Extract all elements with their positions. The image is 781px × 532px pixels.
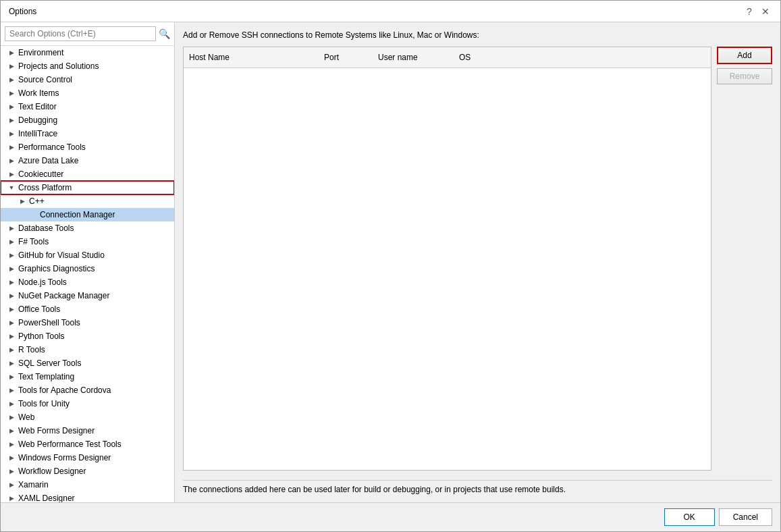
tree-arrow-nodejs-tools[interactable]: ▶	[6, 279, 17, 286]
ok-button[interactable]: OK	[664, 508, 715, 526]
tree-label-text-templating: Text Templating	[17, 372, 74, 381]
col-username: User name	[373, 50, 454, 65]
tree-item-work-items[interactable]: ▶Work Items	[1, 86, 174, 100]
tree-item-environment[interactable]: ▶Environment	[1, 46, 174, 59]
tree-arrow-fsharp-tools[interactable]: ▶	[6, 238, 17, 245]
col-port: Port	[319, 50, 373, 65]
tree-arrow-nuget-pm[interactable]: ▶	[6, 292, 17, 299]
tree-label-debugging: Debugging	[17, 115, 57, 125]
tree-arrow-web-forms-designer[interactable]: ▶	[6, 427, 17, 434]
tree-item-nuget-pm[interactable]: ▶NuGet Package Manager	[1, 289, 174, 302]
tree-item-text-editor[interactable]: ▶Text Editor	[1, 100, 174, 113]
tree-arrow-source-control[interactable]: ▶	[6, 76, 17, 83]
tree-arrow-cpp[interactable]: ▶	[17, 198, 28, 205]
tree-arrow-workflow-designer[interactable]: ▶	[6, 468, 17, 475]
tree-label-work-items: Work Items	[17, 88, 59, 98]
tree-arrow-r-tools[interactable]: ▶	[6, 346, 17, 353]
tree-item-database-tools[interactable]: ▶Database Tools	[1, 221, 174, 235]
tree-item-r-tools[interactable]: ▶R Tools	[1, 343, 174, 356]
tree-arrow-github-vs[interactable]: ▶	[6, 252, 17, 259]
tree-arrow-xamarin[interactable]: ▶	[6, 481, 17, 488]
tree-item-tools-apache-cordova[interactable]: ▶Tools for Apache Cordova	[1, 383, 174, 397]
remove-button[interactable]: Remove	[717, 68, 772, 84]
tree-label-cookiecutter: Cookiecutter	[17, 169, 63, 179]
help-button[interactable]: ?	[743, 5, 756, 18]
col-os: OS	[454, 50, 535, 65]
tree-arrow-python-tools[interactable]: ▶	[6, 333, 17, 340]
tree-label-nodejs-tools: Node.js Tools	[17, 277, 67, 287]
right-panel: Add or Remove SSH connections to Remote …	[175, 22, 780, 502]
tree-item-windows-forms-designer[interactable]: ▶Windows Forms Designer	[1, 451, 174, 464]
tree-item-python-tools[interactable]: ▶Python Tools	[1, 329, 174, 343]
tree-item-performance-tools[interactable]: ▶Performance Tools	[1, 140, 174, 154]
tree-item-debugging[interactable]: ▶Debugging	[1, 113, 174, 127]
search-icon-button[interactable]: 🔍	[159, 28, 170, 39]
tree-arrow-text-templating[interactable]: ▶	[6, 373, 17, 380]
tree-arrow-tools-unity[interactable]: ▶	[6, 400, 17, 407]
tree-arrow-environment[interactable]: ▶	[6, 49, 17, 56]
tree-item-source-control[interactable]: ▶Source Control	[1, 73, 174, 86]
tree-item-github-vs[interactable]: ▶GitHub for Visual Studio	[1, 248, 174, 262]
tree-item-workflow-designer[interactable]: ▶Workflow Designer	[1, 464, 174, 478]
tree-label-performance-tools: Performance Tools	[17, 142, 86, 152]
title-bar-controls: ? ✕	[743, 5, 772, 18]
close-button[interactable]: ✕	[759, 5, 772, 18]
tree-label-github-vs: GitHub for Visual Studio	[17, 250, 105, 260]
tree-arrow-sql-server-tools[interactable]: ▶	[6, 360, 17, 367]
tree-arrow-powershell-tools[interactable]: ▶	[6, 319, 17, 326]
tree-arrow-web[interactable]: ▶	[6, 414, 17, 421]
tree-arrow-graphics-diagnostics[interactable]: ▶	[6, 265, 17, 272]
search-input[interactable]	[5, 26, 156, 41]
tree-arrow-work-items[interactable]: ▶	[6, 90, 17, 97]
tree-item-web-perf-test-tools[interactable]: ▶Web Performance Test Tools	[1, 437, 174, 451]
title-bar-left: Options	[9, 7, 36, 16]
tree-label-cross-platform: Cross Platform	[17, 183, 72, 192]
tree-view: ▶Environment▶Projects and Solutions▶Sour…	[1, 46, 174, 502]
tree-arrow-debugging[interactable]: ▶	[6, 117, 17, 124]
cancel-button[interactable]: Cancel	[719, 508, 772, 526]
tree-item-fsharp-tools[interactable]: ▶F# Tools	[1, 235, 174, 248]
tree-item-intellitrace[interactable]: ▶IntelliTrace	[1, 127, 174, 140]
tree-item-azure-data-lake[interactable]: ▶Azure Data Lake	[1, 154, 174, 167]
tree-arrow-cross-platform[interactable]: ▼	[6, 184, 17, 191]
tree-label-office-tools: Office Tools	[17, 304, 60, 314]
tree-label-intellitrace: IntelliTrace	[17, 129, 57, 138]
tree-item-sql-server-tools[interactable]: ▶SQL Server Tools	[1, 356, 174, 370]
connection-area-wrapper: Host Name Port User name OS Add Remove	[183, 47, 772, 471]
tree-item-nodejs-tools[interactable]: ▶Node.js Tools	[1, 275, 174, 289]
tree-label-sql-server-tools: SQL Server Tools	[17, 358, 81, 368]
tree-item-office-tools[interactable]: ▶Office Tools	[1, 302, 174, 316]
tree-arrow-xaml-designer[interactable]: ▶	[6, 495, 17, 502]
tree-item-cpp[interactable]: ▶C++	[1, 194, 174, 208]
tree-arrow-tools-apache-cordova[interactable]: ▶	[6, 387, 17, 394]
tree-item-connection-manager[interactable]: Connection Manager	[1, 208, 174, 221]
tree-item-web[interactable]: ▶Web	[1, 410, 174, 424]
tree-item-xaml-designer[interactable]: ▶XAML Designer	[1, 491, 174, 502]
bottom-note: The connections added here can be used l…	[183, 480, 772, 494]
tree-arrow-projects-solutions[interactable]: ▶	[6, 63, 17, 70]
tree-arrow-text-editor[interactable]: ▶	[6, 103, 17, 110]
tree-item-cross-platform[interactable]: ▼Cross Platform	[1, 181, 174, 194]
tree-arrow-office-tools[interactable]: ▶	[6, 306, 17, 313]
add-button[interactable]: Add	[717, 47, 772, 64]
tree-label-nuget-pm: NuGet Package Manager	[17, 291, 109, 300]
tree-item-text-templating[interactable]: ▶Text Templating	[1, 370, 174, 383]
tree-arrow-cookiecutter[interactable]: ▶	[6, 171, 17, 178]
tree-item-powershell-tools[interactable]: ▶PowerShell Tools	[1, 316, 174, 329]
col-extra	[535, 50, 711, 65]
tree-arrow-azure-data-lake[interactable]: ▶	[6, 157, 17, 164]
tree-label-text-editor: Text Editor	[17, 102, 57, 111]
tree-item-graphics-diagnostics[interactable]: ▶Graphics Diagnostics	[1, 262, 174, 275]
tree-arrow-web-perf-test-tools[interactable]: ▶	[6, 441, 17, 448]
tree-arrow-performance-tools[interactable]: ▶	[6, 144, 17, 151]
tree-item-cookiecutter[interactable]: ▶Cookiecutter	[1, 167, 174, 181]
tree-item-projects-solutions[interactable]: ▶Projects and Solutions	[1, 59, 174, 73]
tree-arrow-intellitrace[interactable]: ▶	[6, 130, 17, 137]
tree-item-web-forms-designer[interactable]: ▶Web Forms Designer	[1, 424, 174, 437]
tree-label-azure-data-lake: Azure Data Lake	[17, 156, 78, 165]
tree-arrow-windows-forms-designer[interactable]: ▶	[6, 454, 17, 461]
table-body	[184, 68, 711, 470]
tree-item-xamarin[interactable]: ▶Xamarin	[1, 478, 174, 491]
tree-item-tools-unity[interactable]: ▶Tools for Unity	[1, 397, 174, 410]
tree-arrow-database-tools[interactable]: ▶	[6, 225, 17, 232]
